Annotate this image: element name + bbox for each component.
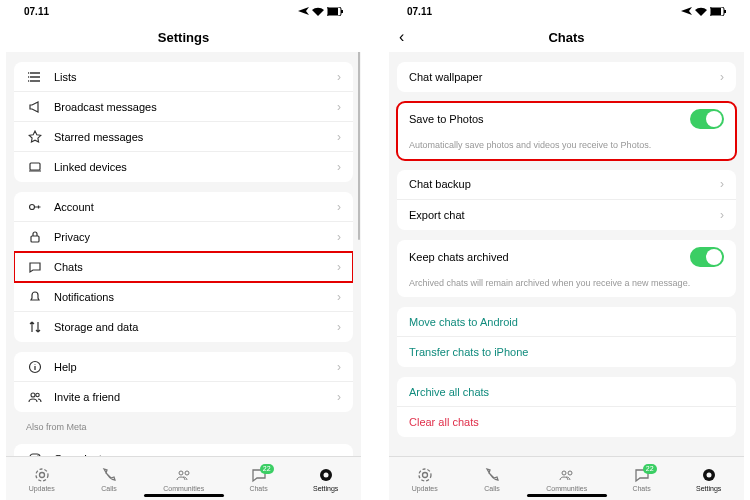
chat-backup-row[interactable]: Chat backup › bbox=[397, 170, 736, 200]
save-to-photos-toggle[interactable] bbox=[690, 109, 724, 129]
calls-icon bbox=[100, 466, 118, 484]
scroll-indicator bbox=[358, 50, 360, 240]
info-icon bbox=[26, 360, 44, 374]
row-label: Archive all chats bbox=[409, 386, 724, 398]
svg-point-26 bbox=[562, 471, 566, 475]
tab-updates[interactable]: Updates bbox=[29, 466, 55, 492]
laptop-icon bbox=[26, 160, 44, 174]
tab-updates[interactable]: Updates bbox=[412, 466, 438, 492]
tab-label: Settings bbox=[313, 485, 338, 492]
status-time: 07.11 bbox=[24, 6, 49, 17]
svg-rect-6 bbox=[30, 163, 40, 170]
tab-label: Calls bbox=[484, 485, 500, 492]
chevron-right-icon: › bbox=[337, 200, 341, 214]
tab-label: Updates bbox=[29, 485, 55, 492]
chats-icon: 22 bbox=[250, 466, 268, 484]
tab-label: Communities bbox=[163, 485, 204, 492]
group-messaging: Lists›Broadcast messages›Starred message… bbox=[14, 62, 353, 182]
account-row[interactable]: Account› bbox=[14, 192, 353, 222]
broadcast-messages-row[interactable]: Broadcast messages› bbox=[14, 92, 353, 122]
privacy-row[interactable]: Privacy› bbox=[14, 222, 353, 252]
chat-wallpaper-row[interactable]: Chat wallpaper › bbox=[397, 62, 736, 92]
chats-content: Chat wallpaper › Save to Photos Automati… bbox=[389, 52, 744, 456]
clear-all-row[interactable]: Clear all chats bbox=[397, 407, 736, 437]
keep-archived-toggle[interactable] bbox=[690, 247, 724, 267]
open-instagram-row[interactable]: Open Instagram› bbox=[14, 444, 353, 456]
chevron-right-icon: › bbox=[337, 390, 341, 404]
svg-rect-23 bbox=[724, 10, 726, 13]
row-label: Notifications bbox=[54, 291, 337, 303]
row-label: Clear all chats bbox=[409, 416, 724, 428]
chevron-right-icon: › bbox=[720, 177, 724, 191]
tab-communities[interactable]: Communities bbox=[546, 466, 587, 492]
tab-calls[interactable]: Calls bbox=[100, 466, 118, 492]
row-label: Storage and data bbox=[54, 321, 337, 333]
chevron-right-icon: › bbox=[337, 360, 341, 374]
settings-icon bbox=[700, 466, 718, 484]
page-title: Chats bbox=[548, 30, 584, 45]
storage-and-data-row[interactable]: Storage and data› bbox=[14, 312, 353, 342]
export-chat-row[interactable]: Export chat › bbox=[397, 200, 736, 230]
tab-label: Settings bbox=[696, 485, 721, 492]
chats-row[interactable]: Chats› bbox=[14, 252, 353, 282]
megaphone-icon bbox=[26, 100, 44, 114]
row-label: Lists bbox=[54, 71, 337, 83]
arrows-icon bbox=[26, 320, 44, 334]
keep-archived-row[interactable]: Keep chats archived bbox=[397, 240, 736, 274]
row-label: Move chats to Android bbox=[409, 316, 724, 328]
row-label: Help bbox=[54, 361, 337, 373]
svg-point-5 bbox=[28, 80, 29, 82]
chats-badge: 22 bbox=[260, 464, 274, 474]
star-icon bbox=[26, 130, 44, 144]
chevron-right-icon: › bbox=[337, 70, 341, 84]
svg-point-11 bbox=[36, 393, 39, 396]
chevron-right-icon: › bbox=[337, 260, 341, 274]
svg-point-27 bbox=[568, 471, 572, 475]
row-label: Transfer chats to iPhone bbox=[409, 346, 724, 358]
save-to-photos-desc: Automatically save photos and videos you… bbox=[397, 136, 736, 160]
communities-icon bbox=[558, 466, 576, 484]
status-icons bbox=[681, 6, 726, 16]
help-row[interactable]: Help› bbox=[14, 352, 353, 382]
calls-icon bbox=[483, 466, 501, 484]
keep-archived-desc: Archived chats will remain archived when… bbox=[397, 274, 736, 298]
chats-settings-screen: 07.11 ‹ Chats Chat wallpaper › Save to P… bbox=[389, 0, 744, 500]
row-label: Invite a friend bbox=[54, 391, 337, 403]
key-icon bbox=[26, 200, 44, 214]
tab-chats[interactable]: 22Chats bbox=[632, 466, 650, 492]
row-label: Chat wallpaper bbox=[409, 71, 720, 83]
tab-chats[interactable]: 22Chats bbox=[249, 466, 267, 492]
tab-communities[interactable]: Communities bbox=[163, 466, 204, 492]
settings-icon bbox=[317, 466, 335, 484]
svg-point-24 bbox=[419, 469, 431, 481]
archive-all-row[interactable]: Archive all chats bbox=[397, 377, 736, 407]
row-label: Broadcast messages bbox=[54, 101, 337, 113]
chevron-right-icon: › bbox=[720, 208, 724, 222]
airplane-icon bbox=[298, 6, 309, 16]
move-android-row[interactable]: Move chats to Android bbox=[397, 307, 736, 337]
chevron-right-icon: › bbox=[337, 100, 341, 114]
notifications-row[interactable]: Notifications› bbox=[14, 282, 353, 312]
airplane-icon bbox=[681, 6, 692, 16]
starred-messages-row[interactable]: Starred messages› bbox=[14, 122, 353, 152]
back-button[interactable]: ‹ bbox=[399, 28, 404, 46]
tab-settings[interactable]: Settings bbox=[696, 466, 721, 492]
invite-a-friend-row[interactable]: Invite a friend› bbox=[14, 382, 353, 412]
svg-rect-1 bbox=[328, 8, 338, 15]
bell-icon bbox=[26, 290, 44, 304]
svg-rect-8 bbox=[31, 236, 39, 242]
home-indicator bbox=[144, 494, 224, 497]
linked-devices-row[interactable]: Linked devices› bbox=[14, 152, 353, 182]
chat-icon bbox=[26, 260, 44, 274]
transfer-iphone-row[interactable]: Transfer chats to iPhone bbox=[397, 337, 736, 367]
row-label: Chat backup bbox=[409, 178, 720, 190]
save-to-photos-row[interactable]: Save to Photos bbox=[397, 102, 736, 136]
tab-calls[interactable]: Calls bbox=[483, 466, 501, 492]
group-account: Account›Privacy›Chats›Notifications›Stor… bbox=[14, 192, 353, 342]
status-bar: 07.11 bbox=[6, 0, 361, 22]
group-save-photos: Save to Photos Automatically save photos… bbox=[397, 102, 736, 160]
svg-point-7 bbox=[30, 204, 35, 209]
tab-settings[interactable]: Settings bbox=[313, 466, 338, 492]
lists-row[interactable]: Lists› bbox=[14, 62, 353, 92]
svg-point-10 bbox=[31, 393, 35, 397]
